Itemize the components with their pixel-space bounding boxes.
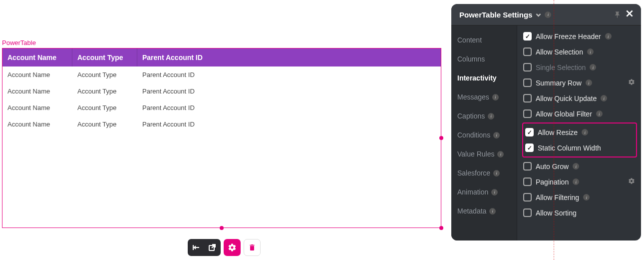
- info-icon[interactable]: i: [489, 208, 496, 214]
- tab-messages[interactable]: Messagesi: [451, 88, 517, 106]
- table-cell: Account Name: [2, 88, 72, 95]
- info-icon[interactable]: i: [601, 95, 607, 102]
- resize-handle-corner[interactable]: [439, 226, 443, 230]
- info-icon[interactable]: i: [582, 129, 588, 136]
- delete-button[interactable]: [244, 239, 261, 256]
- column-header[interactable]: Account Name: [2, 48, 72, 66]
- info-icon[interactable]: i: [605, 33, 612, 40]
- chevron-down-icon[interactable]: [535, 12, 542, 18]
- gear-icon[interactable]: [628, 178, 635, 186]
- component-toolbar: [188, 239, 261, 256]
- checkbox[interactable]: [523, 110, 532, 118]
- table-row[interactable]: Account NameAccount TypeParent Account I…: [2, 116, 441, 132]
- table-cell: Account Name: [2, 120, 72, 128]
- column-header[interactable]: Account Type: [72, 48, 137, 66]
- tab-columns[interactable]: Columns: [451, 50, 517, 68]
- table-row[interactable]: Account NameAccount TypeParent Account I…: [2, 100, 441, 116]
- open-external-icon[interactable]: [207, 242, 218, 253]
- tab-animation[interactable]: Animationi: [451, 182, 517, 202]
- info-icon[interactable]: i: [493, 132, 500, 138]
- option-label: Allow Selection: [536, 48, 583, 56]
- column-header[interactable]: Parent Account ID: [137, 48, 441, 66]
- highlight-box: ✓Allow Resizei✓Static Column Width: [522, 122, 637, 158]
- tab-metadata[interactable]: Metadatai: [451, 202, 517, 220]
- checkbox[interactable]: [523, 48, 532, 56]
- option-label: Summary Row: [536, 79, 582, 87]
- panel-tabs: ContentColumnsInteractivityMessagesiCapt…: [451, 26, 517, 240]
- info-icon[interactable]: i: [573, 178, 579, 185]
- info-icon[interactable]: i: [586, 80, 592, 86]
- option-label: Allow Global Filter: [536, 110, 592, 118]
- tab-label: Content: [457, 36, 482, 44]
- pin-icon[interactable]: [614, 11, 621, 18]
- table-cell: Account Type: [72, 104, 137, 112]
- info-icon[interactable]: i: [545, 12, 551, 18]
- info-icon[interactable]: i: [492, 94, 499, 100]
- resize-handle-right[interactable]: [439, 136, 443, 140]
- table-row[interactable]: Account NameAccount TypeParent Account I…: [2, 83, 441, 100]
- option-auto-grow[interactable]: Auto Growi: [522, 158, 637, 174]
- info-icon[interactable]: i: [573, 163, 579, 170]
- toolbar-group: [188, 239, 221, 256]
- checkbox[interactable]: [523, 78, 532, 87]
- checkbox: [523, 63, 532, 72]
- tab-label: Animation: [457, 188, 488, 196]
- panel-title: PowerTable Settings: [459, 10, 532, 19]
- info-icon[interactable]: i: [583, 194, 590, 200]
- option-summary-row[interactable]: Summary Rowi: [522, 75, 637, 90]
- option-pagination[interactable]: Paginationi: [522, 174, 637, 190]
- guide-line: [554, 0, 554, 260]
- tab-conditions[interactable]: Conditionsi: [451, 126, 517, 144]
- option-static-column-width[interactable]: ✓Static Column Width: [524, 140, 635, 156]
- info-icon[interactable]: i: [488, 113, 494, 120]
- checkbox[interactable]: [523, 178, 532, 186]
- option-allow-freeze-header[interactable]: ✓Allow Freeze Headeri: [522, 28, 637, 44]
- align-left-icon[interactable]: [191, 242, 202, 253]
- table-cell: Account Type: [72, 120, 137, 128]
- tab-value-rules[interactable]: Value Rulesi: [451, 144, 517, 164]
- info-icon[interactable]: i: [497, 151, 504, 158]
- option-single-selection: Single Selectioni: [522, 60, 637, 75]
- option-allow-global-filter[interactable]: Allow Global Filteri: [522, 106, 637, 122]
- resize-handle-bottom[interactable]: [220, 226, 224, 230]
- checkbox[interactable]: [523, 193, 532, 202]
- checkbox[interactable]: ✓: [525, 128, 534, 136]
- gear-icon[interactable]: [628, 78, 635, 87]
- tab-salesforce[interactable]: Salesforcei: [451, 164, 517, 182]
- option-label: Allow Freeze Header: [536, 32, 601, 40]
- info-icon[interactable]: i: [491, 189, 498, 196]
- checkbox[interactable]: [523, 94, 532, 102]
- table-row[interactable]: Account NameAccount TypeParent Account I…: [2, 66, 441, 83]
- powertable[interactable]: Account Name Account Type Parent Account…: [2, 48, 441, 228]
- option-allow-sorting[interactable]: Allow Sorting: [522, 205, 637, 220]
- option-allow-selection[interactable]: Allow Selectioni: [522, 44, 637, 60]
- option-allow-resize[interactable]: ✓Allow Resizei: [524, 124, 635, 140]
- table-body: Account NameAccount TypeParent Account I…: [2, 66, 441, 132]
- table-cell: Account Type: [72, 71, 137, 78]
- table-cell: Account Type: [72, 88, 137, 95]
- close-icon[interactable]: [624, 8, 635, 21]
- checkbox[interactable]: [523, 208, 532, 217]
- tab-captions[interactable]: Captionsi: [451, 106, 517, 126]
- tab-label: Messages: [457, 93, 489, 101]
- option-label: Auto Grow: [536, 162, 569, 170]
- info-icon[interactable]: i: [590, 64, 596, 70]
- tab-interactivity[interactable]: Interactivity: [451, 68, 517, 88]
- settings-button[interactable]: [224, 239, 241, 256]
- table-cell: Parent Account ID: [137, 104, 441, 112]
- tab-content[interactable]: Content: [451, 30, 517, 50]
- tab-label: Conditions: [457, 131, 490, 139]
- table-cell: Parent Account ID: [137, 88, 441, 95]
- checkbox[interactable]: ✓: [525, 144, 534, 152]
- component-label: PowerTable: [2, 39, 36, 46]
- option-label: Single Selection: [536, 64, 586, 72]
- checkbox[interactable]: ✓: [523, 32, 532, 40]
- checkbox[interactable]: [523, 162, 532, 170]
- info-icon[interactable]: i: [493, 170, 500, 176]
- option-label: Allow Quick Update: [536, 94, 597, 102]
- info-icon[interactable]: i: [587, 48, 594, 55]
- tab-label: Value Rules: [457, 150, 494, 158]
- option-allow-quick-update[interactable]: Allow Quick Updatei: [522, 90, 637, 106]
- option-allow-filtering[interactable]: Allow Filteringi: [522, 190, 637, 205]
- info-icon[interactable]: i: [596, 110, 603, 117]
